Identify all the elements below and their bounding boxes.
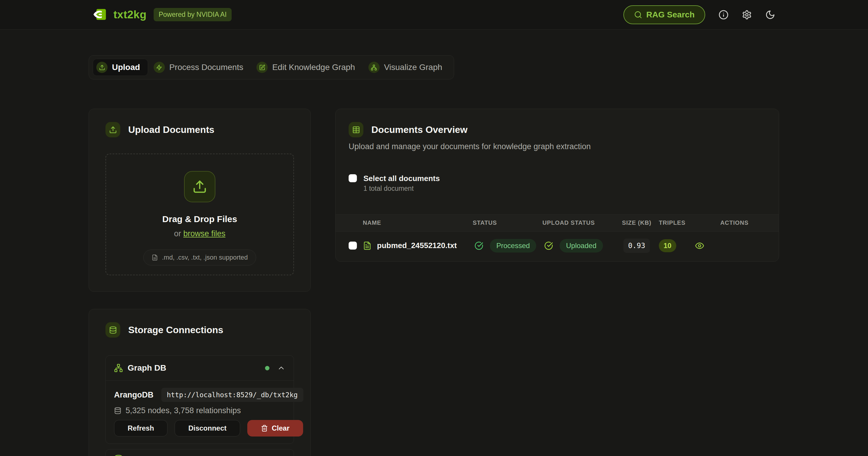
rag-search-label: RAG Search xyxy=(646,10,694,20)
main-tabbar: Upload Process Documents Edit Knowledge … xyxy=(89,55,454,79)
table-icon xyxy=(349,122,363,137)
documents-card-title: Documents Overview xyxy=(371,124,467,135)
upload-documents-card: Upload Documents Drag & Drop Files or br… xyxy=(89,109,311,292)
disconnect-button[interactable]: Disconnect xyxy=(175,420,240,436)
column-status: Status xyxy=(473,220,542,226)
vector-db-header[interactable]: Vector DB xyxy=(106,450,294,456)
connected-status-dot xyxy=(265,366,270,370)
file-icon xyxy=(152,254,158,261)
graph-db-label: Graph DB xyxy=(128,363,166,373)
vector-db-panel: Vector DB xyxy=(105,449,294,456)
chevron-up-icon[interactable] xyxy=(277,364,285,372)
tab-process-documents[interactable]: Process Documents xyxy=(150,59,251,76)
storage-connections-card: Storage Connections Graph DB ArangoDB ht… xyxy=(89,309,311,456)
tab-visualize-graph[interactable]: Visualize Graph xyxy=(365,59,450,76)
supported-formats-pill: .md, .csv, .txt, .json supported xyxy=(143,250,256,265)
dropzone-subtext: or browse files xyxy=(174,229,225,238)
clear-button[interactable]: Clear xyxy=(247,420,303,436)
trash-icon xyxy=(261,425,268,432)
database-icon xyxy=(114,407,121,414)
tab-upload[interactable]: Upload xyxy=(93,59,148,76)
view-eye-icon[interactable] xyxy=(695,241,704,251)
graph-db-header[interactable]: Graph DB xyxy=(106,356,294,381)
refresh-button[interactable]: Refresh xyxy=(114,420,167,436)
info-icon[interactable] xyxy=(718,10,728,20)
app-title: txt2kg xyxy=(114,8,147,21)
check-circle-icon xyxy=(474,241,483,250)
browse-files-link[interactable]: browse files xyxy=(183,229,225,238)
disconnect-label: Disconnect xyxy=(188,424,226,432)
upload-card-title: Upload Documents xyxy=(128,124,215,135)
storage-card-title: Storage Connections xyxy=(128,325,223,335)
size-kb-value: 0.93 xyxy=(623,239,650,253)
documents-table-header: Name Status Upload Status Size (KB) Trip… xyxy=(336,215,779,232)
edit-pen-icon xyxy=(256,62,268,73)
documents-overview-card: Documents Overview Upload and manage you… xyxy=(335,109,779,262)
select-all-label: Select all documents xyxy=(363,174,440,183)
nvidia-logo-icon xyxy=(93,8,106,21)
file-text-icon xyxy=(363,241,372,250)
total-documents-label: 1 total document xyxy=(363,185,440,193)
tab-upload-label: Upload xyxy=(112,63,140,72)
network-graph-icon xyxy=(114,364,123,372)
dropzone-title: Drag & Drop Files xyxy=(162,214,237,224)
triples-count-badge: 10 xyxy=(659,239,676,252)
column-actions: Actions xyxy=(695,220,779,226)
upload-icon xyxy=(96,62,107,73)
column-size: Size (KB) xyxy=(622,220,651,226)
refresh-label: Refresh xyxy=(128,424,154,432)
app-header: txt2kg Powered by NVIDIA AI RAG Search xyxy=(0,0,868,30)
upload-icon xyxy=(184,171,215,202)
tab-process-label: Process Documents xyxy=(169,63,243,72)
clear-label: Clear xyxy=(272,424,289,432)
column-name: Name xyxy=(363,220,473,226)
tab-edit-knowledge-graph[interactable]: Edit Knowledge Graph xyxy=(253,59,363,76)
column-upload-status: Upload Status xyxy=(542,220,615,226)
tab-edit-label: Edit Knowledge Graph xyxy=(272,63,355,72)
network-graph-icon xyxy=(368,62,380,73)
select-all-checkbox[interactable] xyxy=(349,174,357,182)
upload-icon xyxy=(105,122,120,137)
document-name: pubmed_24552120.txt xyxy=(377,241,457,250)
vector-db-label: Vector DB xyxy=(128,454,167,456)
settings-gear-icon[interactable] xyxy=(742,10,752,20)
provider-name: ArangoDB xyxy=(114,390,154,400)
graph-db-panel: Graph DB ArangoDB http://localhost:8529/… xyxy=(105,355,294,444)
chevron-down-icon[interactable] xyxy=(277,455,285,456)
database-icon xyxy=(114,455,123,456)
graph-db-stats: 5,325 nodes, 3,758 relationships xyxy=(126,406,241,415)
powered-by-badge: Powered by NVIDIA AI xyxy=(154,8,231,21)
connection-url: http://localhost:8529/_db/txt2kg xyxy=(161,388,303,402)
check-circle-icon xyxy=(544,241,553,250)
table-row: pubmed_24552120.txt Processed Uploaded 0… xyxy=(336,232,779,260)
dark-mode-moon-icon[interactable] xyxy=(765,10,775,20)
status-badge: Processed xyxy=(490,239,536,253)
upload-status-badge: Uploaded xyxy=(560,239,603,253)
database-icon xyxy=(105,322,120,337)
search-icon xyxy=(634,11,642,19)
zap-icon xyxy=(154,62,165,73)
rag-search-button[interactable]: RAG Search xyxy=(623,5,705,24)
supported-formats-label: .md, .csv, .txt, .json supported xyxy=(162,254,248,261)
column-triples: Triples xyxy=(659,220,695,226)
tab-visualize-label: Visualize Graph xyxy=(384,63,442,72)
or-text: or xyxy=(174,229,181,238)
row-checkbox[interactable] xyxy=(349,241,357,250)
file-dropzone[interactable]: Drag & Drop Files or browse files .md, .… xyxy=(105,154,294,275)
documents-card-subtitle: Upload and manage your documents for kno… xyxy=(336,142,779,151)
